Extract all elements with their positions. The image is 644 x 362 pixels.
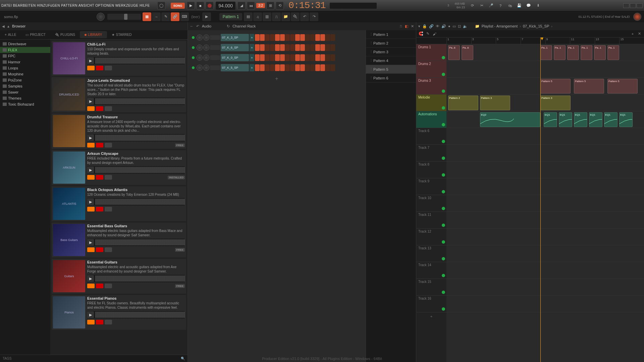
- clip[interactable]: EQ2: [480, 112, 540, 127]
- view-piano-icon[interactable]: ♫: [253, 12, 262, 21]
- tree-item[interactable]: Toxic Biohazard: [0, 101, 50, 107]
- clip[interactable]: Pa..1: [581, 45, 592, 60]
- track-mute-button[interactable]: [442, 224, 445, 227]
- rack-view-icon[interactable]: ◧: [405, 24, 408, 28]
- pl-sel-icon[interactable]: ▭: [452, 24, 456, 28]
- track-header[interactable]: Track 13: [416, 245, 446, 262]
- drag-handle-icon[interactable]: ⋮: [369, 32, 372, 37]
- step-button[interactable]: [255, 44, 260, 51]
- drag-handle-icon[interactable]: ⋮: [369, 58, 372, 63]
- step-button[interactable]: [260, 34, 265, 41]
- library-pack[interactable]: Drumful TreasureA treasure trove of 2400…: [52, 114, 186, 149]
- soundcloud-icon[interactable]: [87, 143, 95, 147]
- track-mute-button[interactable]: [442, 173, 445, 177]
- step-button[interactable]: [330, 44, 335, 51]
- step-button[interactable]: [285, 34, 290, 41]
- track-mute-button[interactable]: [442, 73, 445, 76]
- drag-handle-icon[interactable]: ⋮: [369, 50, 372, 54]
- step-button[interactable]: [300, 44, 305, 51]
- track-header[interactable]: Melodie: [416, 95, 446, 111]
- channel-pan-knob[interactable]: [197, 45, 203, 51]
- track-mute-button[interactable]: [442, 240, 445, 244]
- step-button[interactable]: [255, 54, 260, 61]
- tab-plugins[interactable]: 🔌PLUGINS: [50, 31, 80, 38]
- step-button[interactable]: [320, 34, 325, 41]
- preview-play-button[interactable]: ▶: [87, 98, 94, 105]
- step-button[interactable]: [275, 34, 280, 41]
- youtube-icon[interactable]: [96, 66, 103, 70]
- rack-options-icon[interactable]: ⎍: [400, 24, 402, 28]
- step-button[interactable]: [325, 44, 330, 51]
- playlist-row[interactable]: [446, 145, 644, 162]
- library-pack[interactable]: ARKSUNArksun CityscapeFREE included libr…: [52, 150, 186, 185]
- loop-icon[interactable]: ⟲: [276, 2, 284, 10]
- track-mute-button[interactable]: [442, 291, 445, 294]
- up-icon[interactable]: ▲: [7, 24, 10, 28]
- soundcloud-icon[interactable]: [87, 247, 95, 252]
- step-button[interactable]: [285, 64, 290, 71]
- youtube-icon[interactable]: [96, 106, 103, 111]
- preview-play-button[interactable]: ▶: [87, 57, 94, 64]
- pl-link-icon[interactable]: 🔗: [429, 24, 434, 28]
- soundcloud-icon[interactable]: [87, 320, 95, 324]
- clip[interactable]: Pa..1: [607, 45, 619, 60]
- download-button[interactable]: [105, 66, 112, 70]
- step-button[interactable]: [260, 54, 265, 61]
- track-header[interactable]: Track 15: [416, 279, 446, 296]
- pl-folder-icon[interactable]: 📁: [475, 24, 480, 28]
- track-header[interactable]: Track 6: [416, 128, 446, 145]
- pattern-item[interactable]: ⋮Pattern 2: [366, 39, 416, 48]
- pl-add-icon[interactable]: +: [629, 31, 636, 37]
- step-button[interactable]: [275, 54, 280, 61]
- track-header[interactable]: Track 16: [416, 296, 446, 312]
- track-mute-button[interactable]: [442, 106, 445, 110]
- step-button[interactable]: [325, 54, 330, 61]
- tool-draw-icon[interactable]: →: [152, 12, 161, 21]
- track-header[interactable]: Drums 1: [416, 44, 446, 61]
- clip[interactable]: Pattern 2: [448, 96, 478, 110]
- playlist-row[interactable]: [446, 178, 644, 195]
- channel-name[interactable]: 07_K_0_SP: [221, 54, 249, 61]
- search-icon[interactable]: 🔍: [181, 357, 185, 360]
- clip[interactable]: Pattern 5: [540, 79, 571, 94]
- channel-led[interactable]: [192, 46, 195, 49]
- store-icon[interactable]: 🛍: [506, 2, 514, 10]
- clip[interactable]: Pattern 5: [574, 79, 604, 94]
- clip[interactable]: EQ1: [559, 112, 572, 127]
- track-mute-button[interactable]: [442, 274, 445, 277]
- download-button[interactable]: [105, 207, 112, 212]
- tool-typing-icon[interactable]: ⌨: [180, 12, 189, 21]
- step-button[interactable]: [275, 64, 280, 71]
- clip[interactable]: EQ1: [544, 112, 557, 127]
- step-button[interactable]: [280, 34, 285, 41]
- playlist-row[interactable]: [446, 162, 644, 178]
- step-button[interactable]: [265, 64, 270, 71]
- master-pitch-slider[interactable]: [107, 14, 141, 20]
- step-button[interactable]: [290, 64, 295, 71]
- track-mute-button[interactable]: [442, 56, 445, 59]
- timeline-ruler[interactable]: 13579111315: [446, 38, 644, 44]
- step-button[interactable]: [265, 54, 270, 61]
- preview-play-button[interactable]: ▶: [87, 134, 94, 141]
- clip[interactable]: Pa..6: [448, 45, 460, 60]
- playlist-row[interactable]: Pattern 2Pattern 3Pattern 3: [446, 95, 644, 111]
- channel-pan-knob[interactable]: [197, 55, 203, 61]
- ruler-tick[interactable]: 3: [471, 38, 496, 44]
- master-volume-knob[interactable]: [97, 13, 105, 21]
- youtube-icon[interactable]: [96, 284, 103, 288]
- step-button[interactable]: [260, 64, 265, 71]
- tool-paint-icon[interactable]: ✎: [161, 12, 170, 21]
- channel-add-button[interactable]: +: [250, 44, 254, 51]
- tree-item[interactable]: Samples: [0, 83, 50, 89]
- step-button[interactable]: [330, 54, 335, 61]
- preview-play-button[interactable]: ▶: [87, 239, 94, 246]
- chat-icon[interactable]: 💬: [525, 2, 533, 10]
- track-header[interactable]: Drums 3: [416, 78, 446, 95]
- channel-led[interactable]: [192, 36, 195, 39]
- tab-library[interactable]: LIBRARY: [80, 31, 107, 38]
- tool-play-icon[interactable]: ▶: [202, 12, 211, 21]
- step-button[interactable]: [305, 64, 310, 71]
- download-button[interactable]: [105, 284, 112, 288]
- library-pack[interactable]: DRUMSLICEDJayce Lewis DrumslicedThe soun…: [52, 77, 186, 112]
- step-button[interactable]: [270, 64, 275, 71]
